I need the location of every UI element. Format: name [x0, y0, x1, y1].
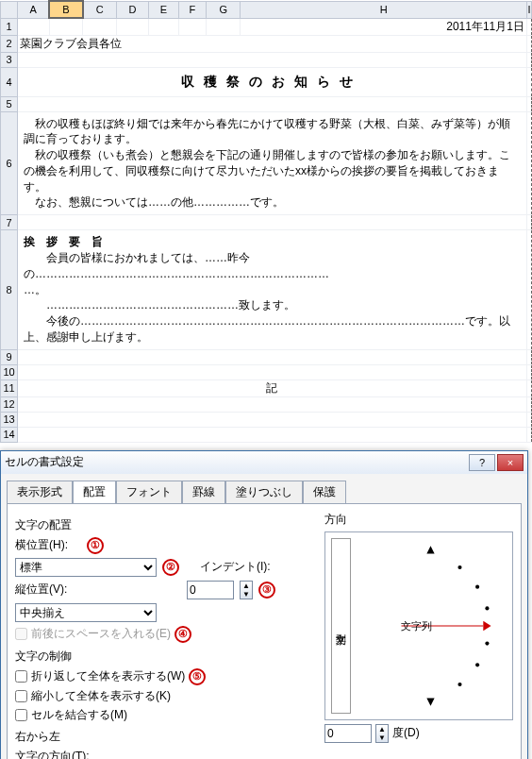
- row-10[interactable]: 10: [1, 364, 18, 380]
- tab-strip: 表示形式 配置 フォント 罫線 塗りつぶし 保護: [1, 474, 527, 503]
- annotation-2: ②: [162, 559, 179, 576]
- svg-point-6: [475, 663, 479, 666]
- column-headers: A B C D E F G H I: [1, 1, 532, 18]
- indent-input[interactable]: [187, 581, 234, 599]
- row-7[interactable]: 7: [1, 215, 18, 230]
- col-G[interactable]: G: [207, 1, 241, 18]
- svg-marker-1: [426, 698, 434, 705]
- corner-cell[interactable]: [1, 1, 18, 18]
- svg-marker-0: [426, 546, 434, 553]
- col-F[interactable]: F: [178, 1, 206, 18]
- col-E[interactable]: E: [148, 1, 178, 18]
- orientation-label: 方向: [324, 512, 513, 528]
- svg-point-5: [485, 641, 489, 645]
- svg-point-3: [475, 584, 479, 588]
- orientation-dial[interactable]: 文字列: [355, 538, 507, 714]
- body-cell[interactable]: 秋の収穫もほぼ終り畑では来年から春先にかけて収穫する野菜（大根、白菜、みず菜等）…: [18, 111, 527, 215]
- greet-l3: ……………………………………………致します。: [24, 297, 521, 313]
- dialog-titlebar[interactable]: セルの書式設定 ? ×: [1, 451, 527, 474]
- wrap-text-label: 折り返して全体を表示する(W): [31, 668, 185, 684]
- svg-point-7: [457, 683, 461, 686]
- greet-l1: 会員の皆様におかれましては、……昨今の…………………………………………………………: [24, 250, 521, 282]
- addressee-cell[interactable]: 菜園クラブ会員各位: [18, 35, 527, 52]
- title-cell[interactable]: 収穫祭のお知らせ: [18, 67, 527, 96]
- degree-spinner[interactable]: ▲▼: [375, 724, 389, 743]
- greet-l2: …。: [24, 282, 521, 298]
- row-5[interactable]: 5: [1, 96, 18, 111]
- col-A[interactable]: A: [18, 1, 50, 18]
- col-H[interactable]: H: [241, 1, 527, 18]
- annotation-4: ④: [175, 626, 191, 643]
- horizontal-select[interactable]: 標準: [15, 558, 157, 577]
- orientation-text: 文字列: [402, 620, 433, 632]
- annotation-1: ①: [87, 537, 104, 554]
- dialog-title: セルの書式設定: [5, 454, 467, 470]
- tab-number[interactable]: 表示形式: [7, 481, 73, 504]
- row-6[interactable]: 6: [1, 111, 18, 215]
- tab-fill[interactable]: 塗りつぶし: [225, 481, 303, 504]
- vertical-text-button[interactable]: 文字列: [331, 538, 351, 714]
- col-D[interactable]: D: [116, 1, 148, 18]
- svg-point-4: [485, 606, 489, 610]
- row-3[interactable]: 3: [1, 52, 18, 67]
- row-14[interactable]: 14: [1, 427, 18, 442]
- wrap-text-checkbox[interactable]: [15, 670, 27, 683]
- indent-spinner[interactable]: ▲▼: [240, 581, 253, 599]
- justify-distributed-checkbox: [15, 628, 27, 640]
- merge-cells-checkbox[interactable]: [15, 709, 27, 721]
- svg-point-2: [457, 565, 461, 569]
- row-2[interactable]: 2: [1, 35, 18, 52]
- body-p3: なお、懇親については……の他……………です。: [24, 194, 521, 211]
- horizontal-label: 横位置(H):: [15, 537, 81, 553]
- col-B[interactable]: B: [49, 1, 82, 18]
- row-8[interactable]: 8: [1, 230, 18, 350]
- vertical-label: 縦位置(V):: [15, 582, 81, 598]
- degree-input[interactable]: [324, 724, 372, 743]
- close-button[interactable]: ×: [497, 454, 524, 471]
- tab-protection[interactable]: 保護: [303, 481, 346, 504]
- orientation-box: 文字列 文字列: [324, 531, 513, 720]
- tab-alignment[interactable]: 配置: [73, 481, 116, 504]
- col-C[interactable]: C: [83, 1, 117, 18]
- row-12[interactable]: 12: [1, 396, 18, 412]
- greet-title: 挨 拶 要 旨: [24, 234, 521, 250]
- shrink-to-fit-label: 縮小して全体を表示する(K): [31, 688, 171, 704]
- greet-cell[interactable]: 挨 拶 要 旨 会員の皆様におかれましては、……昨今の……………………………………: [18, 230, 527, 350]
- tab-font[interactable]: フォント: [116, 481, 182, 504]
- orientation-group: 方向 文字列 文字: [324, 512, 513, 743]
- alignment-panel: 文字の配置 横位置(H): ① 標準 ② インデント(I): 縦位置(V): ▲…: [7, 503, 522, 759]
- merge-cells-label: セルを結合する(M): [31, 707, 127, 723]
- indent-label: インデント(I):: [200, 559, 271, 575]
- ki-cell[interactable]: 記: [18, 380, 527, 396]
- body-p1: 秋の収穫もほぼ終り畑では来年から春先にかけて収穫する野菜（大根、白菜、みず菜等）…: [24, 116, 521, 148]
- format-cells-dialog: セルの書式設定 ? × 表示形式 配置 フォント 罫線 塗りつぶし 保護 文字の…: [0, 450, 528, 759]
- text-direction-label: 文字の方向(T):: [15, 749, 90, 759]
- svg-marker-8: [483, 621, 490, 631]
- row-11[interactable]: 11: [1, 380, 18, 396]
- vertical-select[interactable]: 中央揃え: [15, 603, 157, 622]
- annotation-3: ③: [258, 582, 275, 599]
- justify-distributed-label: 前後にスペースを入れる(E): [31, 626, 171, 642]
- help-button[interactable]: ?: [469, 454, 495, 471]
- spreadsheet-grid: A B C D E F G H I 1 2011年11月1日 2 菜園クラブ会員…: [0, 0, 532, 443]
- row-1[interactable]: 1: [1, 18, 18, 35]
- annotation-5: ⑤: [189, 668, 206, 685]
- shrink-to-fit-checkbox[interactable]: [15, 690, 27, 702]
- body-p2: 秋の収穫祭（いも煮会）と懇親会を下記の通り開催しますので皆様の参加をお願いします…: [24, 147, 521, 194]
- degree-label: 度(D): [392, 725, 420, 741]
- col-I[interactable]: I: [526, 1, 531, 18]
- row-4[interactable]: 4: [1, 67, 18, 96]
- greet-l4: 今後の…………………………………………………………………………………………です。…: [24, 313, 521, 346]
- row-13[interactable]: 13: [1, 412, 18, 427]
- tab-border[interactable]: 罫線: [182, 481, 225, 504]
- row-9[interactable]: 9: [1, 349, 18, 364]
- date-cell[interactable]: 2011年11月1日: [241, 18, 527, 35]
